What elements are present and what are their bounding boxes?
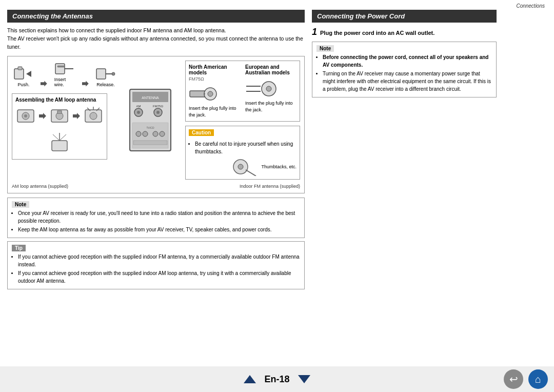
back-button[interactable]: ↩ xyxy=(504,369,523,389)
north-american-connector xyxy=(189,84,230,104)
svg-marker-2 xyxy=(26,71,31,77)
main-diagram-area: Push. Insert xyxy=(7,56,305,193)
fm75-label: FM75Ω xyxy=(189,76,240,82)
step-1: 1 Plug the power cord into an AC wall ou… xyxy=(312,27,497,37)
push-icon xyxy=(14,66,33,82)
svg-point-34 xyxy=(137,111,140,114)
svg-point-42 xyxy=(160,131,165,136)
svg-point-20 xyxy=(90,112,97,120)
svg-point-39 xyxy=(136,131,141,136)
power-section-title: Connecting the Power Cord xyxy=(312,10,497,23)
caution-box-diagram: Caution Be careful not to injure yoursel… xyxy=(185,126,300,180)
svg-rect-5 xyxy=(57,66,65,67)
svg-rect-24 xyxy=(52,141,67,151)
left-diagram-col: Push. Insert xyxy=(12,61,115,180)
note-title: Note xyxy=(12,201,29,208)
insert-label: Insert wire. xyxy=(54,77,75,87)
svg-point-13 xyxy=(24,114,27,117)
am-box: Assembling the AM loop antenna xyxy=(12,93,107,160)
svg-text:FM75Ω: FM75Ω xyxy=(153,105,163,108)
thumbtacks-label: Thumbtacks, etc. xyxy=(261,164,296,169)
home-button[interactable]: ⌂ xyxy=(528,369,548,389)
release-label: Release. xyxy=(96,82,115,87)
device-back-panel: ANTENNA AM FM75Ω TV/CD xyxy=(127,87,173,153)
main-content: Connecting the Antennas This section exp… xyxy=(0,10,554,292)
svg-marker-7 xyxy=(82,81,89,87)
svg-marker-14 xyxy=(39,113,46,119)
north-american-col: North American models FM75Ω xyxy=(189,64,240,118)
prev-page-arrow[interactable] xyxy=(244,375,256,383)
svg-point-51 xyxy=(266,86,271,91)
note-item-2: Keep the AM loop antenna as far away as … xyxy=(18,226,300,233)
right-panel: Connecting the Power Cord 1 Plug the pow… xyxy=(312,10,497,292)
arrow-icon-1 xyxy=(41,80,47,87)
tip-box: Tip If you cannot achieve good reception… xyxy=(7,241,305,289)
power-note-box: Note Before connecting the power cord, c… xyxy=(312,42,497,97)
north-american-title: North American models xyxy=(189,64,240,75)
svg-rect-0 xyxy=(14,69,24,79)
svg-line-26 xyxy=(53,134,60,141)
release-item: Release. xyxy=(96,66,115,87)
back-icon: ↩ xyxy=(509,373,518,385)
am-icons-row xyxy=(15,106,104,126)
fm-cols-wrapper: North American models FM75Ω xyxy=(189,64,296,118)
european-instruction: Insert the plug fully into the jack. xyxy=(245,100,296,113)
caution-item-1: Be careful not to injure yourself when u… xyxy=(195,140,296,155)
svg-point-46 xyxy=(208,91,213,96)
fm-columns: North American models FM75Ω xyxy=(185,61,300,180)
tip-item-2: If you cannot achieve good reception wit… xyxy=(18,269,300,285)
am-label: AM loop antenna (supplied) xyxy=(12,184,68,189)
svg-rect-17 xyxy=(57,111,62,113)
thumbtack-icon xyxy=(232,158,258,176)
center-device: ANTENNA AM FM75Ω TV/CD xyxy=(120,61,181,180)
am-arrow-1 xyxy=(39,112,46,120)
intro-line-2: The AV receiver won't pick up any radio … xyxy=(7,35,305,51)
home-icon: ⌂ xyxy=(535,374,541,385)
european-col: European and Australian models Insert th… xyxy=(245,64,296,118)
push-row: Push. Insert xyxy=(14,61,115,87)
svg-marker-18 xyxy=(73,113,80,119)
diagram-flex: Push. Insert xyxy=(12,61,300,180)
svg-point-10 xyxy=(112,72,115,75)
svg-rect-8 xyxy=(96,69,106,79)
power-note-title: Note xyxy=(316,45,334,52)
am-arrow-2 xyxy=(73,112,80,120)
svg-text:TV/CD: TV/CD xyxy=(147,126,154,129)
note-box: Note Once your AV receiver is ready for … xyxy=(7,198,305,238)
svg-rect-44 xyxy=(190,91,205,97)
svg-line-53 xyxy=(246,170,256,176)
next-page-arrow[interactable] xyxy=(298,375,310,383)
tip-item-1: If you cannot achieve good reception wit… xyxy=(18,253,300,268)
insert-item: Insert wire. xyxy=(54,61,75,87)
am-device-1 xyxy=(15,106,36,126)
svg-line-27 xyxy=(60,134,66,141)
svg-point-40 xyxy=(143,131,148,136)
svg-rect-43 xyxy=(133,141,167,145)
am-antenna-row xyxy=(15,130,104,156)
connections-label: Connections xyxy=(516,3,545,9)
thumbtack-row: Thumbtacks, etc. xyxy=(189,158,296,176)
svg-point-54 xyxy=(238,164,243,169)
intro-text: This section explains how to connect the… xyxy=(7,27,305,51)
push-label: Push. xyxy=(17,82,29,87)
north-american-header: North American models xyxy=(189,64,240,75)
svg-rect-1 xyxy=(18,67,22,70)
am-device-2 xyxy=(49,106,70,126)
caution-title: Caution xyxy=(189,129,214,136)
european-connector xyxy=(245,79,286,99)
tip-title: Tip xyxy=(12,245,26,251)
step-number: 1 xyxy=(312,27,317,37)
intro-line-1: This section explains how to connect the… xyxy=(7,27,305,35)
antennas-section-title: Connecting the Antennas xyxy=(7,10,305,23)
left-panel: Connecting the Antennas This section exp… xyxy=(7,10,305,292)
page-number: En-18 xyxy=(264,374,289,385)
tip-list: If you cannot achieve good reception wit… xyxy=(12,253,300,285)
diagram-labels: AM loop antenna (supplied) Indoor FM ant… xyxy=(12,184,300,189)
am-antenna-icon xyxy=(47,130,72,156)
fm-label: Indoor FM antenna (supplied) xyxy=(240,184,300,189)
push-item: Push. xyxy=(14,66,33,87)
note-item-1: Once your AV receiver is ready for use, … xyxy=(18,209,300,225)
bottom-nav: En-18 ↩ ⌂ xyxy=(0,366,554,392)
page-header: Connections xyxy=(0,0,554,10)
caution-list: Be careful not to injure yourself when u… xyxy=(189,140,296,155)
